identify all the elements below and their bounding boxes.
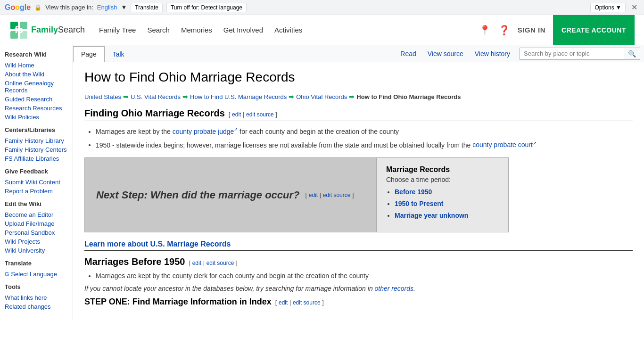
wiki-search-box: 🔍 bbox=[520, 48, 640, 60]
nav-memories[interactable]: Memories bbox=[181, 26, 212, 34]
sidebar-item-wiki-policies[interactable]: Wiki Policies bbox=[5, 113, 68, 122]
marriage-box-left: Next Step: When did the marriage occur? … bbox=[85, 158, 376, 232]
marriage-records-heading: Marriage Records bbox=[386, 165, 499, 174]
sidebar: Research Wiki Wiki Home About the Wiki O… bbox=[0, 45, 73, 320]
marriage-box-edit-links: [ edit | edit source ] bbox=[305, 191, 354, 198]
sidebar-item-research-resources[interactable]: Research Resources bbox=[5, 104, 68, 113]
article-title: How to Find Ohio Marriage Records bbox=[84, 70, 633, 87]
nav-family-tree[interactable]: Family Tree bbox=[99, 26, 136, 34]
section1-bullets: Marriages are kept by the county probate… bbox=[96, 126, 633, 150]
nav-search[interactable]: Search bbox=[147, 26, 170, 34]
section2-heading-container: Marriages Before 1950 [ edit | edit sour… bbox=[84, 256, 633, 267]
section2-edit-source-link[interactable]: edit source bbox=[206, 260, 234, 266]
translate-view-text: View this page in: bbox=[45, 4, 93, 11]
breadcrumb-us-vital-records[interactable]: U.S. Vital Records bbox=[131, 93, 181, 100]
breadcrumb-current: How to Find Ohio Marriage Records bbox=[356, 93, 461, 100]
breadcrumb-arrow-1: ➡ bbox=[123, 93, 129, 100]
help-icon[interactable]: ❓ bbox=[498, 25, 510, 36]
translate-bar: Google 🔒 View this page in: English▼ Tra… bbox=[0, 0, 644, 15]
marriage-period-list: Before 1950 1950 to Present Marriage yea… bbox=[395, 187, 499, 221]
header-actions: 📍 ❓ SIGN IN CREATE ACCOUNT bbox=[479, 15, 635, 45]
marriage-box: Next Step: When did the marriage occur? … bbox=[84, 157, 509, 232]
sidebar-research-wiki-title: Research Wiki bbox=[5, 51, 68, 58]
tab-page[interactable]: Page bbox=[73, 46, 105, 62]
breadcrumb: United States ➡ U.S. Vital Records ➡ How… bbox=[84, 93, 633, 100]
choose-time-period: Choose a time period: bbox=[386, 176, 499, 183]
tab-read[interactable]: Read bbox=[395, 46, 421, 61]
step-one-heading-text: STEP ONE: Find Marriage Information in I… bbox=[84, 297, 272, 307]
marriage-box-edit-link[interactable]: edit bbox=[309, 192, 318, 198]
step-one-edit-link[interactable]: edit bbox=[279, 299, 288, 306]
section1-heading-container: Finding Ohio Marriage Records [ edit | e… bbox=[84, 108, 633, 121]
county-probate-judge-link[interactable]: county probate judge bbox=[173, 128, 238, 135]
sidebar-item-about-wiki[interactable]: About the Wiki bbox=[5, 70, 68, 79]
sidebar-item-personal-sandbox[interactable]: Personal Sandbox bbox=[5, 228, 68, 237]
breadcrumb-arrow-4: ➡ bbox=[349, 93, 355, 100]
step-one-heading-container: STEP ONE: Find Marriage Information in I… bbox=[84, 297, 633, 309]
section2-italic-note: If you cannot locate your ancestor in th… bbox=[84, 285, 633, 292]
familysearch-logo-icon: fs bbox=[9, 21, 28, 40]
section1-edit-source-link[interactable]: edit source bbox=[246, 111, 274, 118]
sidebar-item-what-links-here[interactable]: What links here bbox=[5, 293, 68, 302]
breadcrumb-arrow-3: ➡ bbox=[289, 93, 294, 100]
nav-activities[interactable]: Activities bbox=[274, 26, 302, 34]
marriage-period-1950-present: 1950 to Present bbox=[395, 199, 499, 209]
section2-edit-link[interactable]: edit bbox=[192, 260, 201, 266]
tab-view-source[interactable]: View source bbox=[422, 46, 469, 61]
sidebar-item-wiki-projects[interactable]: Wiki Projects bbox=[5, 237, 68, 246]
wiki-search-button[interactable]: 🔍 bbox=[624, 48, 640, 59]
tab-bar: Page Talk Read View source View history … bbox=[73, 45, 644, 62]
options-button[interactable]: Options ▼ bbox=[590, 3, 626, 12]
sidebar-translate-title: Translate bbox=[5, 260, 68, 267]
marriage-year-unknown-link[interactable]: Marriage year unknown bbox=[395, 212, 468, 219]
location-icon[interactable]: 📍 bbox=[479, 25, 491, 36]
sidebar-item-upload-file[interactable]: Upload File/Image bbox=[5, 219, 68, 228]
marriage-box-edit-source-link[interactable]: edit source bbox=[323, 192, 351, 198]
tab-view-history[interactable]: View history bbox=[469, 46, 516, 61]
sidebar-item-fs-affiliate-libraries[interactable]: FS Affiliate Libraries bbox=[5, 154, 68, 163]
sign-in-button[interactable]: SIGN IN bbox=[518, 26, 545, 34]
marriage-box-right: Marriage Records Choose a time period: B… bbox=[376, 158, 508, 232]
turn-off-button[interactable]: Turn off for: Detect language bbox=[166, 3, 247, 12]
sidebar-item-guided-research[interactable]: Guided Research bbox=[5, 95, 68, 104]
sidebar-item-become-editor[interactable]: Become an Editor bbox=[5, 210, 68, 219]
step-one-edit-source-link[interactable]: edit source bbox=[293, 299, 321, 306]
breadcrumb-ohio-vital-records[interactable]: Ohio Vital Records bbox=[296, 93, 347, 100]
sidebar-select-language[interactable]: Select Language bbox=[11, 270, 57, 279]
main-nav: Family Tree Search Memories Get Involved… bbox=[99, 26, 479, 34]
1950-to-present-link[interactable]: 1950 to Present bbox=[395, 200, 444, 207]
sidebar-item-report-problem[interactable]: Report a Problem bbox=[5, 187, 68, 196]
translate-language-link[interactable]: English bbox=[97, 4, 117, 11]
learn-more-link[interactable]: Learn more about U.S. Marriage Records bbox=[84, 240, 633, 248]
wiki-search-input[interactable] bbox=[520, 48, 624, 59]
sidebar-feedback-title: Give Feedback bbox=[5, 168, 68, 175]
sidebar-centers-title: Centers/Libraries bbox=[5, 126, 68, 133]
close-translate-button[interactable]: ✕ bbox=[629, 3, 639, 12]
before-1950-link[interactable]: Before 1950 bbox=[395, 188, 432, 196]
tab-talk[interactable]: Talk bbox=[105, 46, 132, 62]
section2-bullets: Marriages are kept by the county clerk f… bbox=[96, 271, 633, 281]
content-wrapper: Research Wiki Wiki Home About the Wiki O… bbox=[0, 45, 644, 320]
step-one-edit-links: [ edit | edit source ] bbox=[275, 299, 324, 306]
sidebar-item-family-history-library[interactable]: Family History Library bbox=[5, 136, 68, 145]
breadcrumb-us-marriage-records[interactable]: How to Find U.S. Marriage Records bbox=[190, 93, 287, 100]
next-step-text: Next Step: When did the marriage occur? bbox=[96, 189, 300, 201]
section2-heading-text: Marriages Before 1950 bbox=[84, 256, 185, 267]
sidebar-item-related-changes[interactable]: Related changes bbox=[5, 302, 68, 311]
article-content: How to Find Ohio Marriage Records United… bbox=[73, 62, 644, 320]
logo-link[interactable]: fs FamilySearch bbox=[9, 21, 85, 40]
sidebar-item-wiki-university[interactable]: Wiki University bbox=[5, 246, 68, 255]
section1-edit-link[interactable]: edit bbox=[232, 111, 241, 118]
other-records-link[interactable]: other records bbox=[375, 285, 413, 292]
breadcrumb-united-states[interactable]: United States bbox=[84, 93, 121, 100]
nav-get-involved[interactable]: Get Involved bbox=[223, 26, 263, 34]
sidebar-item-online-genealogy[interactable]: Online Genealogy Records bbox=[5, 79, 68, 95]
create-account-button[interactable]: CREATE ACCOUNT bbox=[553, 15, 635, 45]
section1-edit-links: [ edit | edit source ] bbox=[229, 111, 277, 118]
sidebar-item-wiki-home[interactable]: Wiki Home bbox=[5, 61, 68, 70]
sidebar-item-family-history-centers[interactable]: Family History Centers bbox=[5, 145, 68, 154]
county-probate-court-link[interactable]: county probate court bbox=[472, 141, 537, 148]
translate-button[interactable]: Translate bbox=[131, 3, 163, 12]
sidebar-item-submit-wiki-content[interactable]: Submit Wiki Content bbox=[5, 178, 68, 187]
tab-bar-left: Page Talk bbox=[73, 46, 391, 61]
